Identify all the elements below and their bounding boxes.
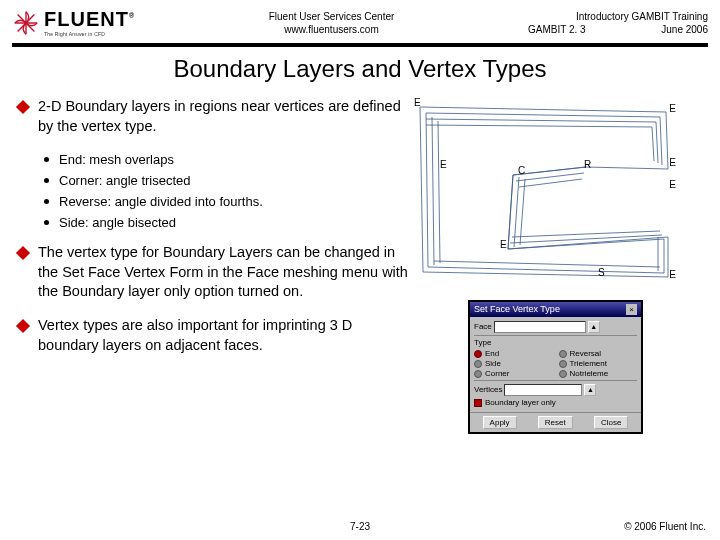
apply-button[interactable]: Apply — [483, 416, 517, 429]
diagram-label-r: R — [584, 159, 591, 170]
radio-icon[interactable] — [559, 350, 567, 358]
diagram-label-e: E — [669, 103, 676, 114]
header-center-line2: www.fluentusers.com — [135, 23, 528, 36]
radio-icon[interactable] — [474, 370, 482, 378]
set-face-vertex-dialog: Set Face Vertex Type × Face ▲ Type End R… — [468, 300, 643, 434]
radio-icon[interactable] — [559, 360, 567, 368]
slide-header: FLUENT® The Right Answer in CFD Fluent U… — [0, 0, 720, 41]
opt-trielement: Trielement — [570, 359, 608, 368]
opt-corner: Corner — [485, 369, 509, 378]
dot-bullet-icon — [44, 178, 49, 183]
diagram-label-e: E — [669, 179, 676, 190]
up-arrow-icon[interactable]: ▲ — [588, 321, 600, 333]
page-number: 7-23 — [350, 521, 370, 532]
diagram-label-e: E — [500, 239, 507, 250]
opt-end: End — [485, 349, 499, 358]
fluent-logo-icon — [12, 9, 40, 37]
reset-button[interactable]: Reset — [538, 416, 573, 429]
dot-bullet-icon — [44, 199, 49, 204]
diagram-label-e: E — [669, 269, 676, 280]
vertices-label: Vertices — [474, 385, 502, 394]
face-field[interactable] — [494, 321, 586, 333]
logo-word: FLUENT — [44, 8, 129, 30]
opt-reversal: Reversal — [570, 349, 602, 358]
sub-bullet-1: End: mesh overlaps — [59, 150, 174, 171]
slide-footer: 7-23 © 2006 Fluent Inc. — [0, 521, 720, 532]
close-icon[interactable]: × — [626, 304, 637, 315]
header-center: Fluent User Services Center www.fluentus… — [135, 8, 528, 36]
header-center-line1: Fluent User Services Center — [135, 10, 528, 23]
radio-icon[interactable] — [474, 360, 482, 368]
vertices-field[interactable] — [504, 384, 582, 396]
diagram-label-c: C — [518, 165, 525, 176]
radio-icon[interactable] — [559, 370, 567, 378]
header-rule — [12, 43, 708, 47]
mesh-diagram: E E E E E E E C R S — [408, 97, 678, 292]
close-button[interactable]: Close — [594, 416, 628, 429]
header-right-line1: Introductory GAMBIT Training — [528, 10, 708, 23]
diagram-label-e: E — [414, 97, 421, 108]
diamond-bullet-icon — [16, 246, 30, 260]
copyright: © 2006 Fluent Inc. — [624, 521, 706, 532]
slide-title: Boundary Layers and Vertex Types — [0, 55, 720, 83]
dot-bullet-icon — [44, 220, 49, 225]
header-right-date: June 2006 — [661, 24, 708, 35]
boundary-layer-only-label: Boundary layer only — [485, 398, 556, 407]
opt-notrielement: Notrieleme — [570, 369, 609, 378]
dialog-titlebar: Set Face Vertex Type × — [470, 302, 641, 317]
header-right: Introductory GAMBIT Training GAMBIT 2. 3… — [528, 8, 708, 36]
bullet-1: 2-D Boundary layers in regions near vert… — [38, 97, 408, 136]
sub-bullet-4: Side: angle bisected — [59, 213, 176, 234]
diagram-label-e: E — [669, 157, 676, 168]
dot-bullet-icon — [44, 157, 49, 162]
face-label: Face — [474, 322, 492, 331]
sub-bullet-3: Reverse: angle divided into fourths. — [59, 192, 263, 213]
figure-column: E E E E E E E C R S Set Face Vertex Type… — [408, 97, 688, 434]
bullet-3: Vertex types are also important for impr… — [38, 316, 408, 355]
opt-side: Side — [485, 359, 501, 368]
diagram-label-e: E — [440, 159, 447, 170]
diamond-bullet-icon — [16, 319, 30, 333]
up-arrow-icon[interactable]: ▲ — [584, 384, 596, 396]
text-column: 2-D Boundary layers in regions near vert… — [18, 97, 408, 434]
checkbox-icon[interactable] — [474, 399, 482, 407]
bullet-2: The vertex type for Boundary Layers can … — [38, 243, 408, 302]
radio-icon[interactable] — [474, 350, 482, 358]
diagram-label-s: S — [598, 267, 605, 278]
dialog-title-text: Set Face Vertex Type — [474, 304, 560, 315]
logo-tagline: The Right Answer in CFD — [44, 31, 135, 37]
type-label: Type — [474, 338, 637, 347]
sub-bullet-2: Corner: angle trisected — [59, 171, 191, 192]
header-right-version: GAMBIT 2. 3 — [528, 23, 586, 36]
diamond-bullet-icon — [16, 100, 30, 114]
logo: FLUENT® The Right Answer in CFD — [12, 8, 135, 37]
